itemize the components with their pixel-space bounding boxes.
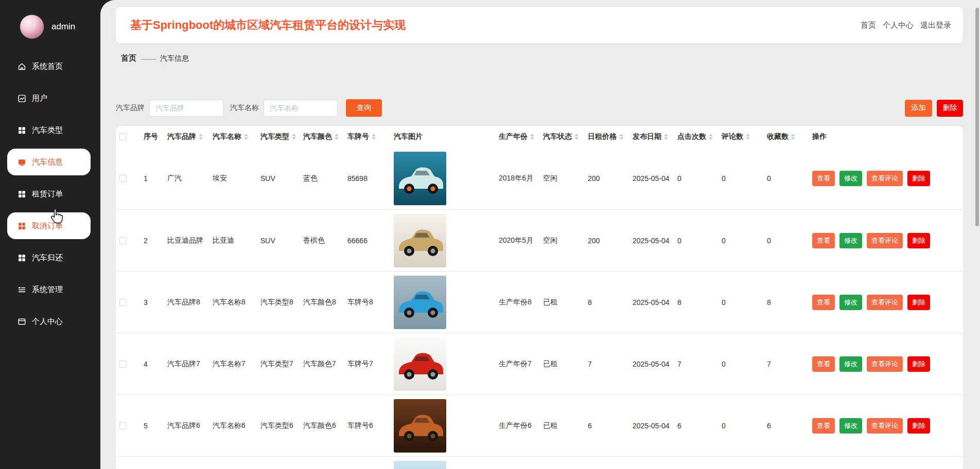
sidebar-item-personal[interactable]: 个人中心 bbox=[7, 308, 91, 335]
car-image[interactable] bbox=[394, 214, 446, 267]
col-header-type: 汽车类型 bbox=[260, 132, 296, 141]
add-button[interactable]: 添加 bbox=[905, 100, 932, 117]
cell-clicks: 6 bbox=[677, 422, 681, 430]
edit-button[interactable]: 修改 bbox=[839, 171, 862, 186]
app-root: admin 系统首页用户汽车类型汽车信息租赁订单取消订单汽车归还系统管理个人中心… bbox=[0, 0, 980, 469]
view-button[interactable]: 查看 bbox=[812, 418, 835, 434]
data-table: 序号汽车品牌汽车名称汽车类型汽车颜色车牌号汽车图片生产年份汽车状态日租价格发布日… bbox=[116, 126, 963, 469]
cell-year: 2020年5月 bbox=[499, 236, 533, 245]
car-image[interactable] bbox=[394, 337, 446, 391]
name-input[interactable] bbox=[264, 100, 338, 117]
edit-button[interactable]: 修改 bbox=[839, 233, 862, 248]
cell-date: 2025-05-04 bbox=[633, 360, 670, 368]
view-comments-button[interactable]: 查看评论 bbox=[867, 356, 903, 372]
cell-comments: 0 bbox=[722, 298, 726, 306]
car-image[interactable] bbox=[394, 276, 446, 329]
col-header-favorites: 收藏数 bbox=[767, 132, 795, 141]
top-link-profile[interactable]: 个人中心 bbox=[883, 21, 914, 30]
sidebar-item-users[interactable]: 用户 bbox=[7, 85, 91, 112]
row-actions: 查看修改查看评论删除 bbox=[812, 418, 930, 434]
view-button[interactable]: 查看 bbox=[812, 233, 835, 248]
cell-brand: 比亚迪品牌 bbox=[167, 236, 203, 245]
col-header-plate: 车牌号 bbox=[347, 132, 376, 141]
top-link-home[interactable]: 首页 bbox=[861, 21, 876, 30]
cell-price: 7 bbox=[588, 360, 592, 368]
row-checkbox[interactable] bbox=[119, 299, 127, 306]
view-button[interactable]: 查看 bbox=[812, 356, 835, 372]
delete-row-button[interactable]: 删除 bbox=[907, 295, 930, 310]
sort-caret[interactable] bbox=[574, 134, 579, 140]
edit-button[interactable]: 修改 bbox=[839, 356, 862, 372]
cell-plate: 车牌号8 bbox=[347, 298, 373, 307]
sidebar-item-home[interactable]: 系统首页 bbox=[7, 53, 91, 80]
view-button[interactable]: 查看 bbox=[812, 171, 835, 186]
col-header-actions: 操作 bbox=[812, 132, 827, 141]
cell-status: 已租 bbox=[543, 298, 557, 307]
sort-caret[interactable] bbox=[530, 134, 534, 140]
delete-button[interactable]: 删除 bbox=[937, 100, 963, 117]
view-button[interactable]: 查看 bbox=[812, 295, 835, 310]
col-header-label: 发布日期 bbox=[633, 132, 661, 141]
cell-type: SUV bbox=[260, 174, 275, 183]
row-checkbox[interactable] bbox=[119, 175, 127, 182]
view-comments-button[interactable]: 查看评论 bbox=[867, 295, 903, 310]
sort-caret[interactable] bbox=[292, 134, 296, 140]
row-checkbox[interactable] bbox=[119, 422, 127, 429]
sort-caret[interactable] bbox=[619, 134, 623, 140]
breadcrumb-home[interactable]: 首页 bbox=[121, 53, 136, 63]
col-header-label: 日租价格 bbox=[588, 132, 617, 141]
sidebar-item-system[interactable]: 系统管理 bbox=[7, 276, 91, 303]
query-button[interactable]: 查询 bbox=[346, 99, 382, 117]
col-header-comments: 评论数 bbox=[722, 132, 750, 141]
col-header-label: 点击次数 bbox=[677, 132, 706, 141]
cell-date: 2025-05-04 bbox=[633, 237, 670, 245]
select-all-checkbox[interactable] bbox=[119, 133, 127, 140]
cell-name: 比亚迪 bbox=[213, 236, 234, 245]
cell-index: 3 bbox=[144, 298, 148, 306]
row-checkbox[interactable] bbox=[119, 237, 127, 244]
sidebar-item-rental-orders[interactable]: 租赁订单 bbox=[7, 181, 91, 207]
delete-row-button[interactable]: 删除 bbox=[907, 233, 930, 248]
cell-comments: 0 bbox=[722, 174, 726, 183]
cell-plate: 车牌号6 bbox=[347, 421, 373, 430]
delete-row-button[interactable]: 删除 bbox=[907, 356, 930, 372]
brand-input[interactable] bbox=[149, 100, 223, 117]
sidebar-item-car-info[interactable]: 汽车信息 bbox=[7, 149, 91, 175]
breadcrumb-current: 汽车信息 bbox=[160, 54, 189, 63]
cell-price: 6 bbox=[588, 422, 592, 430]
scrollbar[interactable] bbox=[975, 8, 979, 226]
cell-name: 汽车名称8 bbox=[213, 298, 246, 307]
top-link-logout[interactable]: 退出登录 bbox=[920, 21, 951, 30]
col-header-brand: 汽车品牌 bbox=[167, 132, 203, 141]
sort-caret[interactable] bbox=[791, 134, 795, 140]
car-image[interactable] bbox=[394, 461, 446, 469]
sort-caret[interactable] bbox=[199, 134, 203, 140]
sort-caret[interactable] bbox=[372, 134, 376, 140]
sidebar-item-label: 租赁订单 bbox=[32, 189, 63, 199]
view-comments-button[interactable]: 查看评论 bbox=[867, 418, 903, 434]
view-comments-button[interactable]: 查看评论 bbox=[867, 171, 903, 186]
row-checkbox[interactable] bbox=[119, 360, 127, 368]
sort-caret[interactable] bbox=[746, 134, 750, 140]
cell-favorites: 6 bbox=[767, 422, 771, 430]
table-row: 4汽车品牌7汽车名称7汽车类型7汽车颜色7车牌号7生产年份7已租72025-05… bbox=[116, 333, 963, 394]
cell-color: 汽车颜色7 bbox=[303, 359, 336, 369]
col-header-image: 汽车图片 bbox=[394, 132, 423, 141]
sort-caret[interactable] bbox=[244, 134, 248, 140]
col-header-color: 汽车颜色 bbox=[303, 132, 339, 141]
view-comments-button[interactable]: 查看评论 bbox=[867, 233, 903, 248]
row-actions: 查看修改查看评论删除 bbox=[812, 171, 930, 186]
delete-row-button[interactable]: 删除 bbox=[907, 171, 930, 186]
sidebar-item-cancel-orders[interactable]: 取消订单 bbox=[7, 212, 91, 239]
sidebar-item-car-types[interactable]: 汽车类型 bbox=[7, 117, 91, 143]
sort-caret[interactable] bbox=[664, 134, 668, 140]
delete-row-button[interactable]: 删除 bbox=[907, 418, 930, 434]
sort-caret[interactable] bbox=[709, 134, 713, 140]
edit-button[interactable]: 修改 bbox=[839, 295, 862, 310]
car-image[interactable] bbox=[394, 399, 446, 453]
edit-button[interactable]: 修改 bbox=[839, 418, 862, 434]
col-header-label: 汽车类型 bbox=[260, 132, 289, 141]
sidebar-item-car-returns[interactable]: 汽车归还 bbox=[7, 244, 91, 271]
sort-caret[interactable] bbox=[335, 134, 339, 140]
car-image[interactable] bbox=[394, 152, 446, 205]
